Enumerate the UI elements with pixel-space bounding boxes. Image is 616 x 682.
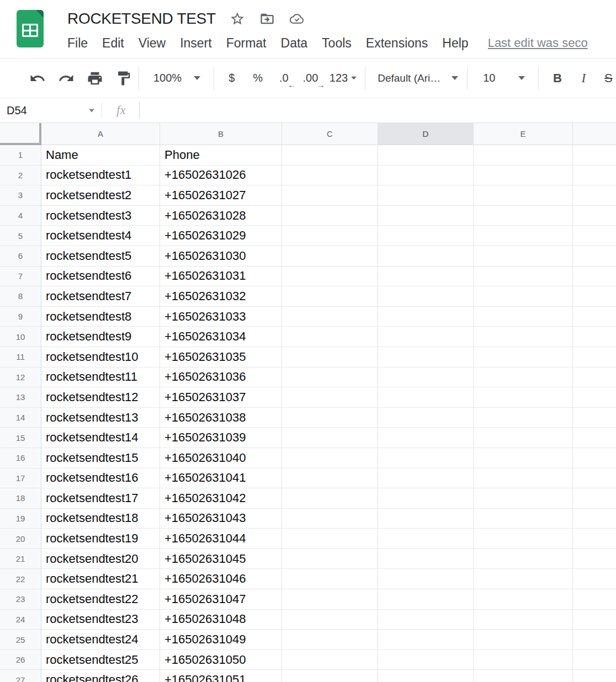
row-number[interactable]: 27 — [0, 670, 41, 682]
cell-col-d[interactable] — [378, 267, 474, 287]
row-number[interactable]: 3 — [0, 185, 41, 206]
row-number[interactable]: 14 — [0, 408, 41, 428]
cell-col-e[interactable] — [474, 327, 573, 347]
cell-col-f[interactable] — [573, 267, 616, 287]
cell-col-a[interactable]: rocketsendtest7 — [41, 286, 160, 307]
cell-col-c[interactable] — [282, 448, 378, 468]
font-size-select[interactable]: 10 — [483, 72, 525, 84]
cell-col-d[interactable] — [378, 347, 474, 367]
cell-col-e[interactable] — [474, 569, 573, 589]
cell-col-a[interactable]: rocketsendtest20 — [41, 549, 160, 569]
cell-col-f[interactable] — [573, 670, 616, 682]
cell-col-f[interactable] — [573, 367, 616, 388]
cell-col-e[interactable] — [474, 145, 573, 166]
cell-col-b[interactable]: +16502631051 — [160, 670, 282, 682]
cell-col-a[interactable]: rocketsendtest14 — [41, 428, 160, 448]
cell-col-a[interactable]: rocketsendtest9 — [41, 327, 160, 347]
cell-col-b[interactable]: Phone — [160, 145, 282, 166]
cell-col-f[interactable] — [573, 246, 616, 267]
print-button[interactable] — [87, 70, 103, 87]
cell-col-b[interactable]: +16502631035 — [160, 347, 282, 367]
cell-col-a[interactable]: rocketsendtest1 — [41, 166, 160, 186]
cell-col-c[interactable] — [282, 428, 378, 448]
row-number[interactable]: 26 — [0, 650, 41, 670]
cell-col-b[interactable]: +16502631039 — [160, 428, 282, 448]
menu-item-extensions[interactable]: Extensions — [359, 36, 436, 51]
cell-col-b[interactable]: +16502631050 — [160, 650, 282, 670]
last-edit-link[interactable]: Last edit was seco — [488, 36, 588, 50]
row-number[interactable]: 18 — [0, 488, 41, 509]
cell-col-a[interactable]: rocketsendtest19 — [41, 529, 160, 549]
cell-col-f[interactable] — [573, 408, 616, 428]
cell-col-c[interactable] — [282, 347, 378, 367]
cell-col-a[interactable]: rocketsendtest4 — [41, 226, 160, 246]
menu-item-tools[interactable]: Tools — [315, 36, 359, 51]
cell-col-e[interactable] — [474, 589, 573, 610]
cell-col-a[interactable]: rocketsendtest25 — [41, 650, 160, 670]
cell-col-d[interactable] — [378, 367, 474, 388]
cell-col-c[interactable] — [282, 267, 378, 287]
cell-col-e[interactable] — [474, 408, 573, 428]
cell-col-d[interactable] — [378, 307, 474, 327]
document-title[interactable]: ROCKETSEND TEST — [67, 10, 216, 28]
menu-item-view[interactable]: View — [131, 36, 173, 51]
cell-col-f[interactable] — [573, 589, 616, 610]
cell-col-c[interactable] — [282, 206, 378, 226]
cell-col-f[interactable] — [573, 327, 616, 347]
cell-col-b[interactable]: +16502631042 — [160, 488, 282, 509]
cell-col-b[interactable]: +16502631034 — [160, 327, 282, 347]
cell-col-a[interactable]: rocketsendtest26 — [41, 670, 160, 682]
cell-col-a[interactable]: rocketsendtest12 — [41, 387, 160, 408]
cell-col-d[interactable] — [378, 327, 474, 347]
cell-col-e[interactable] — [474, 670, 573, 682]
cell-col-a[interactable]: rocketsendtest23 — [41, 610, 160, 630]
cell-col-b[interactable]: +16502631032 — [160, 286, 282, 307]
cell-col-e[interactable] — [474, 428, 573, 448]
cell-col-f[interactable] — [573, 307, 616, 327]
cell-col-e[interactable] — [474, 549, 573, 569]
paint-format-button[interactable] — [115, 70, 132, 87]
decrease-decimal-button[interactable]: .0 ← — [277, 72, 291, 84]
cell-col-e[interactable] — [474, 267, 573, 287]
cell-col-b[interactable]: +16502631047 — [160, 589, 282, 610]
cell-col-b[interactable]: +16502631028 — [160, 206, 282, 226]
cell-col-d[interactable] — [378, 408, 474, 428]
cell-col-f[interactable] — [573, 630, 616, 650]
cell-col-b[interactable]: +16502631043 — [160, 509, 282, 529]
cell-col-f[interactable] — [573, 549, 616, 569]
cell-col-c[interactable] — [282, 650, 378, 670]
format-percent-button[interactable]: % — [251, 72, 264, 84]
cell-col-b[interactable]: +16502631049 — [160, 630, 282, 650]
row-number[interactable]: 25 — [0, 630, 41, 650]
row-number[interactable]: 21 — [0, 549, 41, 569]
cell-col-d[interactable] — [378, 569, 474, 589]
cell-col-f[interactable] — [573, 387, 616, 408]
cell-col-d[interactable] — [378, 529, 474, 549]
select-all-corner[interactable] — [0, 123, 41, 145]
column-header-partial[interactable] — [573, 123, 616, 145]
number-format-button[interactable]: 123 — [330, 72, 357, 84]
formula-input-caret[interactable] — [139, 102, 140, 119]
cell-col-d[interactable] — [378, 145, 474, 166]
cell-col-b[interactable]: +16502631048 — [160, 610, 282, 630]
row-number[interactable]: 13 — [0, 387, 41, 408]
cell-col-a[interactable]: rocketsendtest6 — [41, 267, 160, 287]
cell-col-d[interactable] — [378, 670, 474, 682]
cell-col-c[interactable] — [282, 246, 378, 267]
column-header-C[interactable]: C — [282, 123, 378, 145]
star-icon[interactable] — [229, 10, 246, 27]
cell-col-e[interactable] — [474, 488, 573, 509]
row-number[interactable]: 9 — [0, 307, 41, 327]
cell-col-f[interactable] — [573, 206, 616, 226]
cell-col-a[interactable]: rocketsendtest13 — [41, 408, 160, 428]
name-box[interactable]: D54 — [0, 104, 95, 117]
cell-col-f[interactable] — [573, 226, 616, 246]
cell-col-a[interactable]: rocketsendtest11 — [41, 367, 160, 388]
cell-col-a[interactable]: rocketsendtest17 — [41, 488, 160, 509]
menu-item-insert[interactable]: Insert — [173, 36, 219, 51]
cell-col-c[interactable] — [282, 367, 378, 388]
cell-col-c[interactable] — [282, 549, 378, 569]
cell-col-d[interactable] — [378, 650, 474, 670]
cell-col-b[interactable]: +16502631033 — [160, 307, 282, 327]
cell-col-a[interactable]: rocketsendtest16 — [41, 468, 160, 489]
